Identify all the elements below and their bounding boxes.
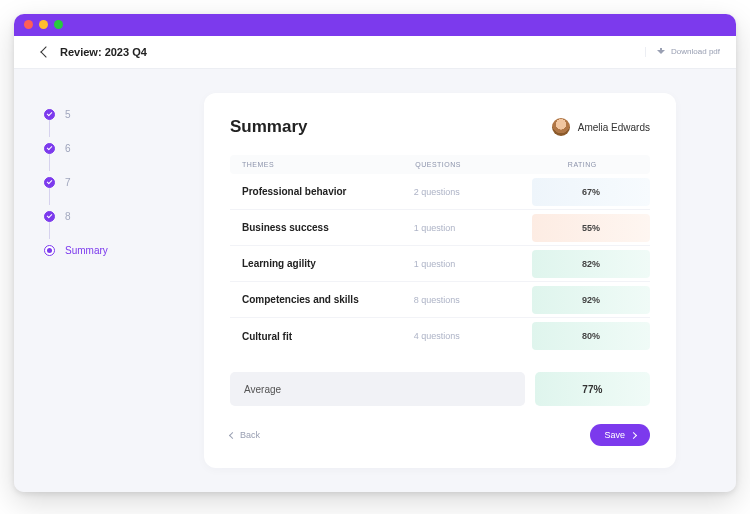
breadcrumb[interactable]: Review: 2023 Q4 [42, 46, 147, 58]
step-label: 7 [65, 177, 71, 188]
check-icon [44, 211, 55, 222]
questions-cell: 2 questions [414, 187, 532, 197]
chevron-right-icon [630, 431, 637, 438]
questions-cell: 1 question [414, 259, 532, 269]
sidebar-step-6[interactable]: 6 [44, 131, 194, 165]
sidebar-step-7[interactable]: 7 [44, 165, 194, 199]
check-icon [44, 177, 55, 188]
page-title: Review: 2023 Q4 [60, 46, 147, 58]
step-label: 5 [65, 109, 71, 120]
questions-cell: 1 question [414, 223, 532, 233]
rating-cell: 80% [532, 322, 650, 350]
col-questions: QUESTIONS [415, 161, 526, 168]
questions-cell: 8 questions [414, 295, 532, 305]
chevron-left-icon [229, 431, 236, 438]
download-label: Download pdf [671, 47, 720, 56]
theme-cell: Learning agility [230, 258, 414, 269]
user-name: Amelia Edwards [578, 122, 650, 133]
check-icon [44, 143, 55, 154]
maximize-icon[interactable] [54, 20, 63, 29]
back-button[interactable]: Back [230, 430, 260, 440]
table-header: THEMES QUESTIONS RATING [230, 155, 650, 174]
rating-cell: 82% [532, 250, 650, 278]
window-titlebar [14, 14, 736, 36]
step-label: 8 [65, 211, 71, 222]
table-row: Competencies and skills 8 questions 92% [230, 282, 650, 318]
col-rating: RATING [527, 161, 638, 168]
step-label: Summary [65, 245, 108, 256]
download-pdf-button[interactable]: Download pdf [645, 47, 720, 57]
radio-current-icon [44, 245, 55, 256]
step-label: 6 [65, 143, 71, 154]
table-row: Learning agility 1 question 82% [230, 246, 650, 282]
main-content: Summary Amelia Edwards THEMES QUESTIONS … [194, 69, 736, 492]
save-button[interactable]: Save [590, 424, 650, 446]
save-label: Save [604, 430, 625, 440]
sidebar-step-5[interactable]: 5 [44, 97, 194, 131]
theme-cell: Business success [230, 222, 414, 233]
avatar [552, 118, 570, 136]
rating-cell: 67% [532, 178, 650, 206]
questions-cell: 4 questions [414, 331, 532, 341]
theme-cell: Professional behavior [230, 186, 414, 197]
back-label: Back [240, 430, 260, 440]
summary-card: Summary Amelia Edwards THEMES QUESTIONS … [204, 93, 676, 468]
reviewee[interactable]: Amelia Edwards [552, 118, 650, 136]
stepper-sidebar: 5 6 7 8 Summary [14, 69, 194, 492]
rating-cell: 55% [532, 214, 650, 242]
theme-cell: Cultural fit [230, 331, 414, 342]
top-bar: Review: 2023 Q4 Download pdf [14, 36, 736, 69]
card-title: Summary [230, 117, 307, 137]
average-label: Average [230, 372, 525, 406]
minimize-icon[interactable] [39, 20, 48, 29]
summary-table: THEMES QUESTIONS RATING Professional beh… [230, 155, 650, 354]
chevron-left-icon [40, 46, 51, 57]
body: 5 6 7 8 Summary Summary [14, 69, 736, 492]
col-themes: THEMES [242, 161, 415, 168]
download-icon [656, 47, 666, 57]
average-row: Average 77% [230, 372, 650, 406]
table-row: Business success 1 question 55% [230, 210, 650, 246]
app-window: Review: 2023 Q4 Download pdf 5 6 7 8 [14, 14, 736, 492]
table-row: Cultural fit 4 questions 80% [230, 318, 650, 354]
card-header: Summary Amelia Edwards [230, 117, 650, 137]
check-icon [44, 109, 55, 120]
table-row: Professional behavior 2 questions 67% [230, 174, 650, 210]
sidebar-step-8[interactable]: 8 [44, 199, 194, 233]
theme-cell: Competencies and skills [230, 294, 414, 305]
rating-cell: 92% [532, 286, 650, 314]
card-footer: Back Save [230, 424, 650, 446]
sidebar-step-summary[interactable]: Summary [44, 233, 194, 267]
close-icon[interactable] [24, 20, 33, 29]
average-value: 77% [535, 372, 650, 406]
